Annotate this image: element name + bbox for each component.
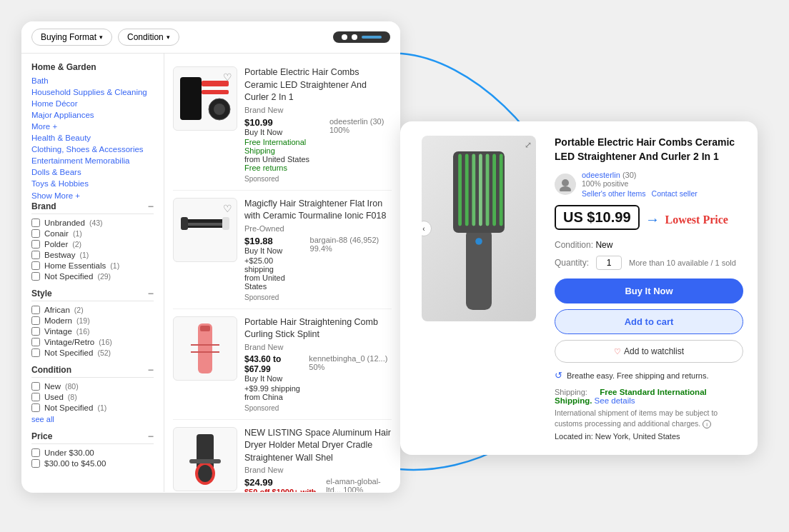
style-not-specified-checkbox[interactable] (31, 348, 40, 357)
product-price-row-1: $10.99 Buy It Now Free International Shi… (244, 117, 392, 172)
brand-collapse-button[interactable]: − (148, 201, 154, 212)
detail-title: Portable Electric Hair Combs Ceramic LED… (555, 136, 743, 164)
price-30-45-checkbox[interactable] (31, 459, 40, 468)
condition-collapse-button[interactable]: − (148, 364, 154, 376)
shipping-location: Located in: New York, United States (555, 432, 743, 441)
brand-home-essentials-checkbox[interactable] (31, 261, 40, 270)
price-under-30-checkbox[interactable] (31, 448, 40, 457)
product-title-3[interactable]: Portable Hair Straightening Comb Curling… (244, 316, 392, 341)
sidebar-item-household[interactable]: Household Supplies & Cleaning (31, 88, 154, 96)
product-shipping-2: +$25.00 shipping (244, 256, 302, 273)
product-title-2[interactable]: Magicfly Hair Straightener Flat Iron wit… (244, 198, 392, 223)
view-toggle[interactable] (333, 31, 390, 43)
search-panel: Buying Format ▾ Condition ▾ Home & Garde… (21, 21, 400, 493)
product-shipping-1: Free International Shipping (244, 138, 321, 155)
condition-used-checkbox[interactable] (31, 393, 40, 401)
svg-point-17 (198, 465, 212, 482)
brand-filter-section: Brand − Unbranded(43) Conair(1) Polder(2… (31, 201, 154, 281)
chevron-down-icon: ▾ (99, 34, 103, 41)
seller-other-items[interactable]: Seller's other Items (582, 189, 646, 198)
product-title-1[interactable]: Portable Electric Hair Combs Ceramic LED… (244, 66, 392, 104)
filter-bar: Buying Format ▾ Condition ▾ (21, 21, 400, 54)
style-filter-header: Style − (31, 288, 154, 301)
style-not-specified: Not Specified(52) (31, 348, 154, 357)
sidebar-show-more[interactable]: Show More + (31, 191, 80, 200)
shipping-section: Shipping: Free Standard International Sh… (555, 388, 743, 440)
breathe-text: Breathe easy. Free shipping and returns. (567, 371, 709, 380)
seller-links: Seller's other Items Contact seller (582, 189, 698, 198)
sidebar-item-appliances[interactable]: Major Appliances (31, 111, 154, 119)
sidebar-item-entertainment[interactable]: Entertainment Memorabilia (31, 156, 154, 165)
condition-used: Used(8) (31, 393, 154, 401)
product-from-3: from China (244, 393, 300, 401)
product-price-row-2: $19.88 Buy It Now +$25.00 shipping from … (244, 236, 392, 291)
seller-rating-count: (30) (622, 171, 637, 179)
style-african-checkbox[interactable] (31, 306, 40, 314)
brand-not-specified-checkbox[interactable] (31, 272, 40, 281)
seller-rating-percent: 100% positive (582, 179, 698, 188)
svg-rect-2 (180, 77, 202, 120)
brand-unbranded-checkbox[interactable] (31, 219, 40, 227)
svg-point-29 (562, 179, 569, 186)
product-item-2: ♡ Magicfly Hair Straightener Flat Iron w… (173, 191, 392, 309)
product-seller-3: kennetbingha_0 (12...) 50% (309, 354, 392, 371)
style-modern-checkbox[interactable] (31, 316, 40, 325)
product-image-1: ♡ (173, 66, 237, 131)
add-watchlist-button[interactable]: ♡ Add to watchlist (555, 340, 743, 363)
toggle-dot-1 (342, 34, 347, 40)
seller-info: odeesterlin (30) 100% positive Seller's … (582, 171, 698, 198)
refresh-icon: ↺ (555, 370, 562, 381)
sidebar-item-clothing[interactable]: Clothing, Shoes & Accessories (31, 145, 154, 154)
wishlist-icon-2[interactable]: ♡ (223, 203, 232, 214)
quantity-input[interactable] (596, 256, 622, 270)
condition-see-all[interactable]: see all (31, 415, 154, 423)
category-header: Home & Garden (31, 62, 154, 72)
info-icon[interactable]: i (703, 420, 711, 428)
seller-row: odeesterlin (30) 100% positive Seller's … (555, 171, 743, 198)
add-to-cart-button[interactable]: Add to cart (555, 309, 743, 334)
product-item-1: ♡ Portable Electric Hair Combs Ceramic L… (173, 59, 392, 191)
brand-conair-checkbox[interactable] (31, 229, 40, 238)
seller-name[interactable]: odeesterlin (582, 171, 620, 179)
sidebar-item-health[interactable]: Health & Beauty (31, 134, 154, 142)
sidebar-item-more[interactable]: More + (31, 122, 154, 131)
price-collapse-button[interactable]: − (148, 431, 154, 442)
buy-now-button[interactable]: Buy It Now (555, 278, 743, 303)
brand-polder-checkbox[interactable] (31, 240, 40, 249)
style-vintage-checkbox[interactable] (31, 327, 40, 336)
sidebar-item-bath[interactable]: Bath (31, 76, 154, 85)
sidebar-item-dolls[interactable]: Dolls & Bears (31, 168, 154, 176)
product-from-2: from United States (244, 273, 302, 291)
product-item-3: Portable Hair Straightening Comb Curling… (173, 309, 392, 420)
condition-not-specified: Not Specified(1) (31, 403, 154, 412)
condition-new-checkbox[interactable] (31, 382, 40, 391)
see-details-link[interactable]: See details (595, 396, 635, 405)
sidebar-item-toys[interactable]: Toys & Hobbies (31, 179, 154, 188)
heart-icon: ♡ (614, 347, 621, 356)
product-info-1: Portable Electric Hair Combs Ceramic LED… (244, 66, 392, 183)
condition-filter-button[interactable]: Condition ▾ (118, 29, 179, 46)
contact-seller[interactable]: Contact seller (652, 189, 698, 198)
style-collapse-button[interactable]: − (148, 288, 154, 299)
sidebar-item-home-decor[interactable]: Home Décor (31, 99, 154, 108)
expand-icon[interactable]: ⤢ (525, 140, 532, 150)
quantity-available: More than 10 available / 1 sold (629, 259, 736, 267)
condition-not-specified-checkbox[interactable] (31, 403, 40, 412)
brand-not-specified: Not Specified(29) (31, 272, 154, 281)
brand-home-essentials: Home Essentials(1) (31, 261, 154, 270)
brand-bestway-checkbox[interactable] (31, 251, 40, 259)
product-detail-price: US $10.99 (555, 205, 640, 230)
wishlist-icon-1[interactable]: ♡ (223, 71, 232, 83)
detail-card: ⤢ ‹ (400, 121, 758, 455)
product-buy-format-3: Buy It Now (244, 374, 300, 383)
product-image-2: ♡ (173, 198, 237, 262)
style-vintage-retro-checkbox[interactable] (31, 338, 40, 346)
breathe-row: ↺ Breathe easy. Free shipping and return… (555, 370, 743, 381)
product-price-4: $24.99 (244, 477, 317, 488)
shipping-note: International shipment of items may be s… (555, 408, 743, 428)
chevron-down-icon: ▾ (167, 34, 170, 41)
svg-rect-10 (222, 217, 229, 230)
product-title-4[interactable]: NEW LISTING Space Aluminum Hair Dryer Ho… (244, 427, 392, 465)
svg-point-6 (214, 104, 225, 115)
buying-format-button[interactable]: Buying Format ▾ (31, 29, 112, 46)
